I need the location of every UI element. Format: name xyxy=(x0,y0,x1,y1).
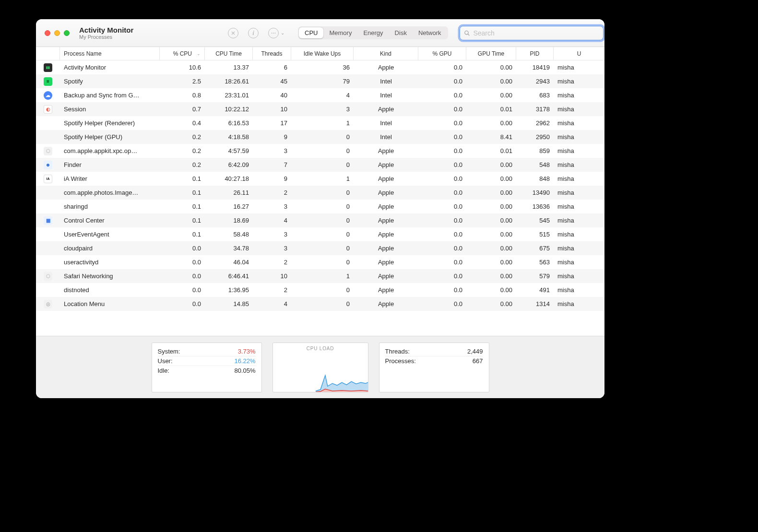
app-icon: ≡ xyxy=(44,77,52,86)
table-row[interactable]: ◎Location Menu0.014.8540Apple0.00.001314… xyxy=(36,297,604,311)
table-row[interactable]: useractivityd0.046.0420Apple0.00.00563mi… xyxy=(36,255,604,269)
table-row[interactable]: ◐Session0.710:22.12103Apple0.00.013178mi… xyxy=(36,102,604,116)
cpu-stats-panel: System: 3.73% User: 16.22% Idle: 80.05% xyxy=(152,343,262,392)
cell-threads: 3 xyxy=(253,203,291,210)
cell-user: misha xyxy=(554,286,604,294)
cell-pid: 2943 xyxy=(516,78,554,85)
more-actions-button[interactable]: ⌄ xyxy=(268,28,284,38)
table-row[interactable]: ▦Control Center0.118.6940Apple0.00.00545… xyxy=(36,213,604,227)
cell-user: misha xyxy=(554,64,604,71)
minimize-window-button[interactable] xyxy=(54,30,60,36)
table-row[interactable]: Spotify Helper (GPU)0.24:18.5890Intel0.0… xyxy=(36,130,604,144)
col-cpu-time[interactable]: CPU Time xyxy=(205,47,253,60)
col-percent-gpu[interactable]: % GPU xyxy=(418,47,466,60)
svg-point-2 xyxy=(272,33,272,34)
cell-process-name: Location Menu xyxy=(60,300,160,307)
search-icon xyxy=(463,29,471,37)
table-row[interactable]: iAiA Writer0.140:27.1891Apple0.00.00848m… xyxy=(36,172,604,186)
cell-percent-cpu: 0.0 xyxy=(160,259,205,266)
cell-wakeups: 1 xyxy=(291,119,354,127)
col-icon[interactable] xyxy=(36,47,60,60)
col-idle-wakeups[interactable]: Idle Wake Ups xyxy=(291,47,354,60)
app-icon: ⬡ xyxy=(44,147,52,155)
cell-gpu-time: 0.00 xyxy=(466,175,516,182)
cell-percent-cpu: 0.2 xyxy=(160,133,205,141)
cell-process-name: Spotify xyxy=(60,78,160,85)
sort-indicator-icon: ⌄ xyxy=(197,51,201,56)
cell-gpu-time: 8.41 xyxy=(466,133,516,141)
tab-network[interactable]: Network xyxy=(413,27,447,38)
cpu-load-chart: CPU LOAD xyxy=(272,343,368,392)
info-button[interactable]: i xyxy=(248,28,259,38)
cell-pid: 859 xyxy=(516,147,554,154)
table-row[interactable]: ▮▮Activity Monitor10.613.37636Apple0.00.… xyxy=(36,60,604,74)
table-row[interactable]: Spotify Helper (Renderer)0.46:16.53171In… xyxy=(36,116,604,130)
cell-cpu-time: 40:27.18 xyxy=(205,175,253,182)
cell-percent-cpu: 0.2 xyxy=(160,147,205,154)
table-row[interactable]: cloudpaird0.034.7830Apple0.00.00675misha xyxy=(36,241,604,255)
zoom-window-button[interactable] xyxy=(64,30,70,36)
cell-user: misha xyxy=(554,92,604,99)
stat-user-label: User: xyxy=(158,357,173,365)
svg-point-5 xyxy=(464,31,468,34)
cell-kind: Apple xyxy=(354,189,418,196)
cell-kind: Apple xyxy=(354,217,418,224)
cell-cpu-time: 6:16.53 xyxy=(205,119,253,127)
cell-percent-gpu: 0.0 xyxy=(418,147,466,154)
cell-user: misha xyxy=(554,217,604,224)
cell-percent-cpu: 2.5 xyxy=(160,78,205,85)
table-row[interactable]: sharingd0.116.2730Apple0.00.0013636misha xyxy=(36,200,604,213)
tab-energy[interactable]: Energy xyxy=(357,27,389,38)
cell-cpu-time: 18:26.61 xyxy=(205,78,253,85)
cell-user: misha xyxy=(554,175,604,182)
table-row[interactable]: com.apple.photos.Image…0.126.1120Apple0.… xyxy=(36,186,604,200)
cell-percent-gpu: 0.0 xyxy=(418,286,466,294)
search-field[interactable] xyxy=(460,26,604,40)
table-row[interactable]: ☁Backup and Sync from G…0.823:31.01404In… xyxy=(36,88,604,102)
cell-process-name: cloudpaird xyxy=(60,245,160,252)
cell-cpu-time: 6:46.41 xyxy=(205,272,253,280)
chart-title: CPU LOAD xyxy=(273,343,368,354)
col-process-name[interactable]: Process Name xyxy=(60,47,160,60)
cell-process-name: distnoted xyxy=(60,286,160,294)
table-row[interactable]: UserEventAgent0.158.4830Apple0.00.00515m… xyxy=(36,227,604,241)
footer: System: 3.73% User: 16.22% Idle: 80.05% … xyxy=(36,336,604,398)
table-row[interactable]: ⬡Safari Networking0.06:46.41101Apple0.00… xyxy=(36,269,604,283)
col-gpu-time[interactable]: GPU Time xyxy=(466,47,516,60)
cell-user: misha xyxy=(554,231,604,238)
table-row[interactable]: ⬡com.apple.appkit.xpc.op…0.24:57.5930App… xyxy=(36,144,604,158)
cell-percent-cpu: 0.1 xyxy=(160,175,205,182)
cell-user: misha xyxy=(554,259,604,266)
toolbar: Activity Monitor My Processes i ⌄ CPU Me… xyxy=(36,19,604,47)
tab-memory[interactable]: Memory xyxy=(323,27,357,38)
cell-process-name: iA Writer xyxy=(60,175,160,182)
svg-point-4 xyxy=(275,33,276,34)
cell-wakeups: 0 xyxy=(291,231,354,238)
app-icon: ◎ xyxy=(44,300,52,308)
cell-cpu-time: 58.48 xyxy=(205,231,253,238)
cell-wakeups: 0 xyxy=(291,161,354,168)
cell-gpu-time: 0.00 xyxy=(466,203,516,210)
cell-threads: 3 xyxy=(253,245,291,252)
table-row[interactable]: ≡Spotify2.518:26.614579Intel0.00.002943m… xyxy=(36,74,604,88)
cell-threads: 45 xyxy=(253,78,291,85)
cell-wakeups: 1 xyxy=(291,272,354,280)
close-window-button[interactable] xyxy=(45,30,50,36)
col-user[interactable]: U xyxy=(554,47,604,60)
process-table-body: ▮▮Activity Monitor10.613.37636Apple0.00.… xyxy=(36,60,604,336)
tab-disk[interactable]: Disk xyxy=(389,27,413,38)
search-input[interactable] xyxy=(473,29,599,37)
col-pid[interactable]: PID xyxy=(516,47,554,60)
table-row[interactable]: ☻Finder0.26:42.0970Apple0.00.00548misha xyxy=(36,158,604,172)
col-kind[interactable]: Kind xyxy=(354,47,418,60)
cell-percent-gpu: 0.0 xyxy=(418,189,466,196)
col-threads[interactable]: Threads xyxy=(253,47,291,60)
cell-gpu-time: 0.00 xyxy=(466,286,516,294)
stop-process-button[interactable] xyxy=(228,28,238,38)
table-row[interactable]: distnoted0.01:36.9520Apple0.00.00491mish… xyxy=(36,283,604,297)
cell-pid: 675 xyxy=(516,245,554,252)
cell-wakeups: 0 xyxy=(291,245,354,252)
cell-gpu-time: 0.00 xyxy=(466,231,516,238)
col-percent-cpu[interactable]: % CPU ⌄ xyxy=(160,47,205,60)
tab-cpu[interactable]: CPU xyxy=(299,27,323,38)
